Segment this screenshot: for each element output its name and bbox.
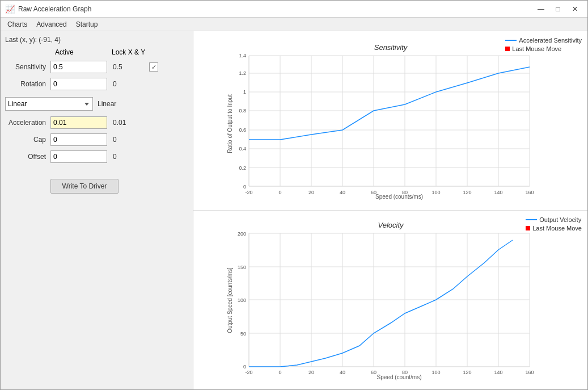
svg-text:50: 50 — [240, 331, 246, 337]
menu-startup[interactable]: Startup — [71, 19, 103, 30]
svg-text:140: 140 — [494, 190, 502, 195]
svg-text:1.2: 1.2 — [239, 70, 246, 76]
svg-text:-20: -20 — [245, 370, 252, 375]
svg-text:20: 20 — [308, 370, 314, 375]
svg-text:0: 0 — [278, 190, 281, 195]
write-to-driver-button[interactable]: Write To Driver — [50, 179, 119, 194]
acceleration-default: 0.01 — [113, 119, 136, 127]
lock-header: Lock X & Y — [112, 48, 145, 56]
close-button[interactable]: ✕ — [567, 3, 583, 15]
svg-text:0.4: 0.4 — [239, 146, 246, 152]
svg-text:0.2: 0.2 — [239, 165, 246, 171]
accel-type-dropdown[interactable]: Linear Classic Jump Natural Synchronous … — [5, 97, 93, 111]
accel-type-label: Linear — [98, 100, 116, 108]
svg-text:0: 0 — [278, 370, 281, 375]
acceleration-input[interactable] — [50, 116, 107, 129]
cap-label: Cap — [5, 136, 50, 144]
svg-text:100: 100 — [237, 297, 246, 303]
main-window: 📈 Raw Acceleration Graph — □ ✕ Charts Ad… — [0, 0, 588, 390]
rotation-label: Rotation — [5, 80, 50, 88]
sensitivity-x-label: Speed (counts/ms) — [375, 194, 423, 200]
svg-text:0: 0 — [243, 364, 246, 370]
svg-text:60: 60 — [370, 370, 376, 375]
svg-text:160: 160 — [525, 190, 534, 195]
rotation-input[interactable] — [50, 78, 107, 90]
svg-text:0.8: 0.8 — [239, 108, 246, 114]
column-headers: Active Lock X & Y — [5, 48, 188, 56]
svg-text:80: 80 — [401, 370, 407, 375]
velocity-dot-icon — [526, 226, 530, 230]
left-panel: Last (x, y): (-91, 4) Active Lock X & Y … — [1, 31, 193, 389]
acceleration-row: Acceleration 0.01 — [5, 116, 188, 129]
last-mouse-label-1: Last Mouse Move — [512, 45, 561, 52]
sensitivity-label: Sensitivity — [5, 63, 50, 71]
rotation-row: Rotation 0 — [5, 78, 188, 90]
last-mouse-move-legend-1: Last Mouse Move — [505, 45, 582, 52]
svg-text:100: 100 — [432, 370, 440, 375]
svg-text:1.4: 1.4 — [239, 53, 246, 58]
svg-text:40: 40 — [339, 190, 345, 195]
menu-charts[interactable]: Charts — [3, 19, 32, 30]
velocity-title: Velocity — [378, 221, 404, 229]
svg-text:1: 1 — [243, 89, 246, 95]
minimize-button[interactable]: — — [533, 3, 549, 15]
maximize-button[interactable]: □ — [550, 3, 566, 15]
offset-row: Offset 0 — [5, 150, 188, 163]
sensitivity-input[interactable] — [50, 61, 107, 73]
svg-text:140: 140 — [494, 370, 502, 375]
last-mouse-move-legend-2: Last Mouse Move — [526, 225, 582, 232]
svg-text:100: 100 — [432, 190, 440, 195]
svg-text:40: 40 — [339, 370, 345, 375]
title-bar: 📈 Raw Acceleration Graph — □ ✕ — [1, 1, 587, 18]
line-icon — [505, 40, 517, 41]
acceleration-label: Acceleration — [5, 119, 50, 127]
accel-sensitivity-label: Accelerated Sensitivity — [519, 37, 582, 44]
svg-text:200: 200 — [237, 231, 246, 237]
menu-advanced[interactable]: Advanced — [32, 19, 71, 30]
velocity-chart: Velocity Output Speed [counts/ms] Speed … — [223, 216, 558, 384]
velocity-line-icon — [526, 219, 537, 220]
active-header: Active — [55, 48, 112, 56]
svg-text:150: 150 — [237, 265, 246, 270]
svg-text:0: 0 — [243, 184, 246, 190]
output-velocity-legend: Output Velocity — [526, 216, 582, 223]
svg-text:0.6: 0.6 — [239, 127, 246, 133]
sensitivity-chart: Sensitivity Ratio of Output to Input Spe… — [223, 39, 558, 203]
app-icon: 📈 — [5, 5, 15, 14]
sensitivity-row: Sensitivity 0.5 — [5, 61, 188, 73]
velocity-x-label: Speed (count/ms) — [377, 374, 421, 380]
output-velocity-label: Output Velocity — [539, 216, 581, 223]
velocity-curve — [249, 240, 513, 367]
velocity-chart-container: Output Velocity Last Mouse Move Velocity… — [193, 211, 587, 389]
lock-xy-checkbox[interactable] — [149, 62, 158, 72]
sensitivity-title: Sensitivity — [374, 43, 408, 52]
sensitivity-legend: Accelerated Sensitivity Last Mouse Move — [505, 37, 582, 54]
sensitivity-curve — [249, 67, 530, 140]
offset-input[interactable] — [50, 150, 107, 163]
velocity-legend: Output Velocity Last Mouse Move — [526, 216, 582, 233]
offset-default: 0 — [113, 153, 136, 161]
window-title: Raw Acceleration Graph — [18, 5, 91, 13]
right-panel: Accelerated Sensitivity Last Mouse Move … — [193, 31, 587, 389]
dot-icon — [505, 47, 510, 51]
content-area: Last (x, y): (-91, 4) Active Lock X & Y … — [1, 31, 587, 389]
last-mouse-label-2: Last Mouse Move — [532, 225, 582, 232]
cap-input[interactable] — [50, 133, 107, 146]
svg-text:60: 60 — [370, 190, 376, 195]
velocity-y-label: Output Speed [counts/ms] — [227, 267, 233, 333]
window-controls: — □ ✕ — [533, 3, 583, 15]
sensitivity-y-label: Ratio of Output to Input — [227, 94, 233, 153]
svg-text:160: 160 — [525, 370, 534, 375]
sensitivity-default: 0.5 — [113, 63, 136, 71]
svg-text:120: 120 — [463, 190, 471, 195]
svg-text:-20: -20 — [245, 190, 252, 195]
last-xy-display: Last (x, y): (-91, 4) — [5, 36, 188, 44]
sensitivity-chart-container: Accelerated Sensitivity Last Mouse Move … — [193, 31, 587, 211]
rotation-default: 0 — [113, 80, 136, 88]
cap-default: 0 — [113, 136, 136, 144]
accelerated-sensitivity-legend: Accelerated Sensitivity — [505, 37, 582, 44]
cap-row: Cap 0 — [5, 133, 188, 146]
menu-bar: Charts Advanced Startup — [1, 18, 587, 31]
accel-type-row: Linear Classic Jump Natural Synchronous … — [5, 97, 188, 111]
offset-label: Offset — [5, 153, 50, 161]
